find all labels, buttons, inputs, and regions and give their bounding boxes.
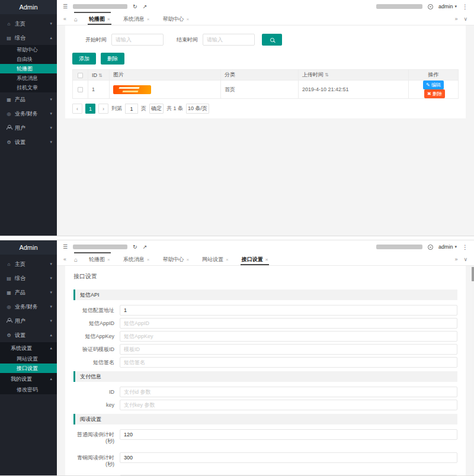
normal-read-countdown-input[interactable] (120, 429, 457, 440)
close-icon[interactable]: × (147, 257, 150, 262)
topbar: ☰ ↻ ↗ admin ▾ ⋮ (57, 0, 474, 13)
more-options-icon[interactable]: ⋮ (462, 4, 468, 10)
share-icon[interactable]: ↗ (143, 4, 148, 9)
menu-collapse-icon[interactable]: ☰ (63, 4, 68, 9)
gold-read-countdown-input[interactable] (120, 475, 457, 475)
tabs-scroll-left-icon[interactable]: « (60, 256, 69, 262)
sort-icon[interactable]: ⇅ (325, 72, 329, 78)
sidebar-item-settings[interactable]: ⚙ 设置 ▾ (0, 135, 57, 149)
close-icon[interactable]: × (226, 257, 229, 262)
close-icon[interactable]: × (107, 257, 110, 262)
tab-help-center[interactable]: 帮助中心 × (156, 253, 196, 265)
more-options-icon[interactable]: ⋮ (462, 244, 468, 250)
add-button[interactable]: 添加 (72, 53, 96, 65)
sidebar-item-home[interactable]: ⌂ 主页 ▾ (0, 17, 57, 31)
sidebar-group-my-settings[interactable]: 我的设置 ▴ (0, 373, 57, 385)
sort-icon[interactable]: ⇅ (98, 73, 103, 78)
sidebar-item-free-block[interactable]: 自由块 (0, 54, 57, 64)
chevron-down-icon: ▾ (50, 126, 52, 130)
sidebar-item-website-settings[interactable]: 网站设置 (0, 354, 57, 364)
sidebar-item-settings[interactable]: ⚙ 设置 ▴ (0, 328, 57, 342)
scrollbar-thumb[interactable] (472, 267, 474, 281)
refresh-icon[interactable]: ↻ (133, 4, 137, 9)
bronze-read-countdown-input[interactable] (120, 452, 457, 463)
sidebar-item-user[interactable]: 用户 ▾ (0, 314, 57, 328)
sms-appid-input[interactable] (120, 318, 457, 329)
tab-interface-settings[interactable]: 接口设置 × (235, 253, 275, 265)
user-menu[interactable]: admin ▾ (438, 244, 457, 250)
row-checkbox[interactable] (78, 87, 83, 92)
search-button[interactable] (262, 34, 282, 46)
close-icon[interactable]: × (265, 257, 268, 262)
tab-bar: « ⌂ 轮播图 × 系统消息 × 帮助中心 × » ∨ (57, 13, 474, 25)
close-icon[interactable]: × (186, 257, 189, 262)
sms-signature-input[interactable] (120, 357, 457, 368)
goto-suffix: 页 (141, 105, 146, 112)
home-icon: ⌂ (6, 262, 12, 267)
sidebar-item-carousel[interactable]: 轮播图 (0, 64, 57, 73)
pay-key-input[interactable] (120, 400, 457, 410)
message-icon[interactable] (428, 4, 433, 9)
captcha-template-id-input[interactable] (120, 344, 457, 355)
end-time-input[interactable] (203, 34, 255, 46)
tabs-menu-icon[interactable]: ∨ (460, 256, 470, 262)
message-icon[interactable] (428, 245, 433, 250)
close-icon[interactable]: × (147, 17, 150, 22)
edit-button[interactable]: ✎ 编辑 (423, 81, 444, 89)
sidebar-item-system-message[interactable]: 系统消息 (0, 73, 57, 83)
close-icon[interactable]: × (107, 17, 110, 22)
tab-website-settings[interactable]: 网站设置 × (196, 253, 235, 265)
sidebar-item-business-finance[interactable]: ◎ 业务/财务 ▾ (0, 107, 57, 121)
sidebar-item-general[interactable]: ▤ 综合 ▾ (0, 271, 57, 285)
sidebar-item-idle-article[interactable]: 挂机文章 (0, 83, 57, 92)
start-time-input[interactable] (111, 34, 164, 46)
sidebar-item-change-password[interactable]: 修改密码 (0, 385, 57, 394)
tabs-menu-icon[interactable]: ∨ (460, 16, 470, 22)
row-category: 首页 (221, 81, 299, 99)
page-content: 接口设置 短信API 短信配置地址 短信AppID 短信AppKey 验证码模板… (57, 266, 474, 475)
share-icon[interactable]: ↗ (143, 244, 148, 250)
home-tab-icon[interactable]: ⌂ (69, 256, 82, 263)
sidebar-item-interface-settings[interactable]: 接口设置 (0, 364, 57, 373)
sidebar-item-product[interactable]: ▦ 产品 ▾ (0, 92, 57, 107)
home-icon: ⌂ (6, 21, 12, 27)
sidebar-item-general[interactable]: ▤ 综合 ▴ (0, 31, 57, 45)
scrollbar[interactable] (472, 266, 474, 475)
sms-appkey-input[interactable] (120, 331, 457, 342)
refresh-icon[interactable]: ↻ (133, 244, 137, 250)
tab-label: 网站设置 (202, 256, 223, 263)
user-menu[interactable]: admin ▾ (438, 4, 457, 9)
select-all-checkbox[interactable] (78, 73, 83, 78)
sidebar-item-user[interactable]: 用户 ▾ (0, 121, 57, 135)
tabs-scroll-right-icon[interactable]: » (451, 16, 460, 22)
home-tab-icon[interactable]: ⌂ (69, 16, 82, 22)
sidebar-item-home[interactable]: ⌂ 主页 ▾ (0, 257, 57, 271)
chevron-down-icon: ▾ (50, 276, 52, 281)
chevron-up-icon: ▴ (50, 36, 52, 40)
goto-page-input[interactable] (125, 104, 138, 114)
topbar-right: admin ▾ ⋮ (376, 4, 468, 10)
prev-page-icon[interactable]: ‹ (72, 104, 82, 114)
next-page-icon[interactable]: › (98, 104, 108, 114)
sms-config-address-input[interactable] (120, 305, 457, 316)
current-page[interactable]: 1 (85, 104, 95, 114)
sidebar-item-product[interactable]: ▦ 产品 ▾ (0, 285, 57, 300)
sidebar-item-business-finance[interactable]: ◎ 业务/财务 ▾ (0, 300, 57, 314)
layers-icon: ▤ (6, 276, 12, 281)
row-delete-button[interactable]: ✖ 删除 (424, 89, 445, 98)
sidebar-group-system-settings[interactable]: 系统设置 ▴ (0, 342, 57, 354)
per-page-select[interactable]: 10 条/页 (186, 104, 209, 114)
sidebar-item-help-center[interactable]: 帮助中心 (0, 45, 57, 54)
tabs-scroll-left-icon[interactable]: « (60, 16, 69, 22)
tab-help-center[interactable]: 帮助中心 × (156, 13, 196, 25)
menu-collapse-icon[interactable]: ☰ (63, 244, 68, 250)
delete-button[interactable]: 删除 (101, 53, 124, 65)
tab-system-message[interactable]: 系统消息 × (117, 253, 156, 265)
tab-carousel[interactable]: 轮播图 × (82, 13, 117, 25)
tab-system-message[interactable]: 系统消息 × (117, 13, 156, 25)
goto-confirm-button[interactable]: 确定 (149, 104, 164, 114)
close-icon[interactable]: × (186, 17, 189, 22)
pay-id-input[interactable] (120, 387, 457, 397)
tabs-scroll-right-icon[interactable]: » (451, 256, 460, 262)
tab-carousel[interactable]: 轮播图 × (82, 253, 117, 265)
